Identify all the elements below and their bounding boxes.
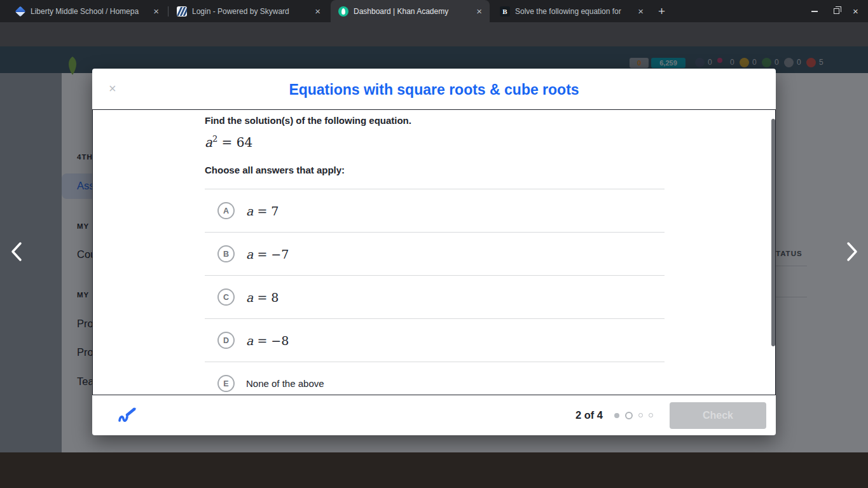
- choice-label: a = −8: [246, 334, 289, 348]
- exercise-modal: × Equations with square roots & cube roo…: [92, 69, 776, 435]
- choice-label: a = 8: [246, 290, 279, 304]
- chevron-left-icon: [10, 241, 23, 262]
- choice-letter-circle[interactable]: B: [217, 245, 235, 262]
- tab-title: Solve the following equation for: [515, 7, 630, 16]
- progress-text: 2 of 4: [575, 409, 603, 421]
- question-text: Find the solution(s) of the following eq…: [205, 115, 411, 126]
- close-tab-icon[interactable]: ×: [474, 6, 485, 16]
- choice-c[interactable]: C a = 8: [205, 275, 665, 318]
- tab-title: Dashboard | Khan Academy: [354, 7, 469, 16]
- browser-toolbar: ← → ↻ khanacademy.org/profile/kaid_10349…: [0, 22, 868, 46]
- check-button[interactable]: Check: [670, 402, 766, 429]
- exercise-title: Equations with square roots & cube roots: [92, 81, 776, 98]
- tab-khan-dashboard[interactable]: Dashboard | Khan Academy ×: [331, 0, 490, 22]
- close-tab-icon[interactable]: ×: [312, 6, 323, 16]
- tab-brainly[interactable]: B Solve the following equation for ×: [492, 0, 651, 22]
- choice-list: A a = 7 B a = −7 C a = 8 D a = −8: [205, 189, 665, 395]
- question-scrollbar[interactable]: [771, 119, 775, 346]
- progress-dot: [649, 413, 653, 417]
- progress-dots: [614, 412, 653, 419]
- choice-a[interactable]: A a = 7: [205, 189, 665, 232]
- modal-footer: 2 of 4 Check: [92, 395, 776, 435]
- minimize-window-icon[interactable]: [811, 11, 818, 12]
- choice-b[interactable]: B a = −7: [205, 232, 665, 275]
- close-tab-icon[interactable]: ×: [635, 6, 646, 16]
- previous-question-button[interactable]: [5, 240, 28, 263]
- tab-title: Liberty Middle School / Homepa: [31, 7, 146, 16]
- khan-academy-logo-icon: [338, 6, 348, 17]
- choice-label: None of the above: [246, 378, 324, 389]
- skyward-logo-icon: [177, 6, 187, 17]
- choice-label: a = −7: [246, 247, 289, 261]
- progress-dot-done: [614, 413, 619, 418]
- choose-all-prompt: Choose all answers that apply:: [205, 165, 345, 175]
- brainly-logo-icon: B: [500, 6, 510, 17]
- choice-label: a = 7: [246, 204, 279, 218]
- new-tab-button[interactable]: +: [658, 4, 665, 18]
- close-tab-icon[interactable]: ×: [151, 6, 162, 16]
- choice-d[interactable]: D a = −8: [205, 318, 665, 362]
- equation: a2 = 64: [205, 134, 252, 150]
- chevron-right-icon: [846, 241, 858, 262]
- restore-window-icon[interactable]: [834, 8, 839, 14]
- tab-title: Login - Powered by Skyward: [192, 7, 307, 16]
- choice-letter-circle[interactable]: E: [217, 375, 235, 392]
- choice-letter-circle[interactable]: D: [217, 332, 235, 349]
- choice-letter-circle[interactable]: A: [217, 202, 235, 219]
- tab-liberty-school[interactable]: Liberty Middle School / Homepa ×: [8, 0, 167, 22]
- progress-dot: [638, 413, 643, 417]
- choice-letter-circle[interactable]: C: [217, 288, 235, 306]
- tab-separator: [168, 6, 169, 17]
- scratchpad-pencil-icon[interactable]: [118, 405, 137, 426]
- taskbar: T W US 3:30: [0, 452, 868, 488]
- question-panel: Find the solution(s) of the following eq…: [92, 109, 776, 395]
- next-question-button[interactable]: [841, 240, 864, 263]
- tab-skyward-login[interactable]: Login - Powered by Skyward ×: [169, 0, 328, 22]
- liberty-school-logo-icon: [15, 6, 25, 17]
- close-window-icon[interactable]: ×: [853, 6, 858, 17]
- choice-e[interactable]: E None of the above: [205, 362, 665, 395]
- progress-dot-current: [625, 412, 633, 419]
- screen: Liberty Middle School / Homepa × Login -…: [0, 0, 868, 488]
- tab-strip: Liberty Middle School / Homepa × Login -…: [0, 0, 868, 22]
